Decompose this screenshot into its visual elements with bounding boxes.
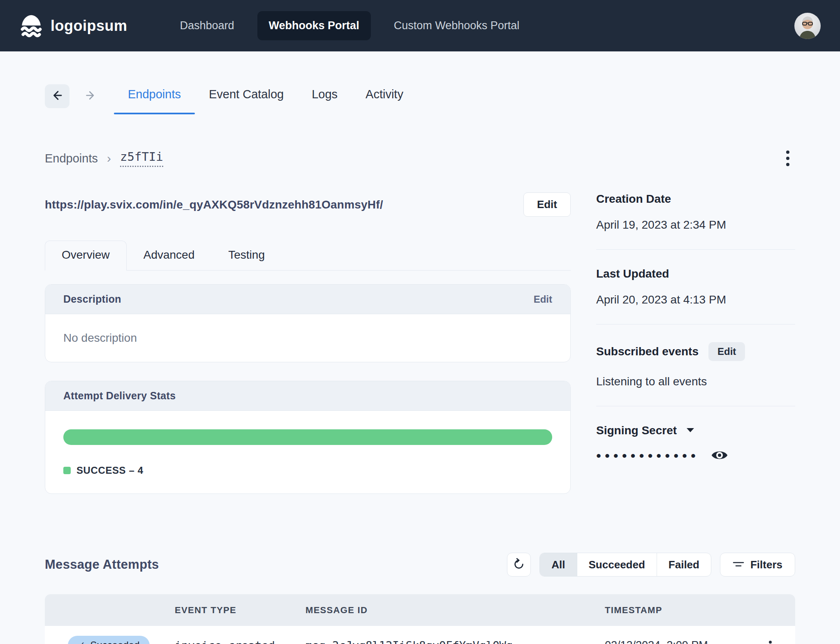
message-attempts-title: Message Attempts [45,557,159,572]
stats-legend: SUCCESS – 4 [63,465,552,476]
filter-all[interactable]: All [540,553,576,576]
description-title: Description [63,293,121,305]
divider [596,406,795,406]
tab-logs[interactable]: Logs [298,80,352,112]
status-filter-segmented: All Succeeded Failed [539,553,711,577]
last-updated-value: April 20, 2023 at 4:13 PM [596,293,795,306]
edit-url-button[interactable]: Edit [523,192,571,217]
breadcrumb-chevron-icon: › [107,151,111,165]
description-card-header: Description Edit [45,285,570,314]
portal-tabs: Endpoints Event Catalog Logs Activity [114,80,417,112]
kebab-menu-icon[interactable] [780,147,795,169]
filter-icon [733,558,744,571]
logo: logoipsum [19,14,127,38]
timestamp-column-header: TIMESTAMP [605,605,765,616]
description-card: Description Edit No description [45,284,571,362]
success-legend-label: SUCCESS – 4 [76,465,143,476]
last-updated-label: Last Updated [596,267,795,280]
signing-secret-label: Signing Secret [596,424,677,437]
status-badge: ✓ Succeeded [68,636,150,644]
breadcrumb-endpoints-link[interactable]: Endpoints [45,152,98,165]
logo-icon [19,14,43,38]
tab-advanced[interactable]: Advanced [127,241,212,270]
navbar-links: Dashboard Webhooks Portal Custom Webhook… [169,11,531,40]
breadcrumb-endpoint-id[interactable]: z5fTIi [120,150,163,167]
message-id-cell: msg_2cJyg8l12IiSk8gvOFfYmVglQWg [305,636,605,644]
delivery-stats-header: Attempt Delivery Stats [45,381,570,411]
portal-tab-bar: Endpoints Event Catalog Logs Activity [45,80,795,112]
table-header-row: EVENT TYPE MESSAGE ID TIMESTAMP [45,594,795,626]
logo-text: logoipsum [51,17,127,35]
filter-failed[interactable]: Failed [657,553,711,576]
subscribed-events-label: Subscribed events [596,345,699,358]
edit-description-button[interactable]: Edit [534,294,552,305]
tab-event-catalog[interactable]: Event Catalog [195,80,298,112]
creation-date-value: April 19, 2023 at 2:34 PM [596,218,795,232]
event-type-cell: invoice.created [175,636,305,644]
refresh-button[interactable] [507,553,531,577]
back-arrow-icon [51,89,63,103]
reveal-secret-button[interactable] [711,449,728,463]
endpoint-tabs: Overview Advanced Testing [45,241,571,271]
tab-overview[interactable]: Overview [45,241,127,271]
nav-item-custom-webhooks-portal[interactable]: Custom Webhooks Portal [382,11,531,40]
endpoint-url: https://play.svix.com/in/e_qyAXKQ58rVdzn… [45,198,383,211]
signing-secret-toggle[interactable]: Signing Secret [596,424,695,437]
success-stats-bar [63,429,552,445]
tab-activity[interactable]: Activity [352,80,417,112]
message-attempts-table: EVENT TYPE MESSAGE ID TIMESTAMP ✓ Succee… [45,594,795,644]
avatar[interactable] [794,13,821,39]
subscribed-events-value: Listening to all events [596,375,795,388]
chevron-down-icon [686,427,695,434]
eye-icon [711,449,728,463]
table-row[interactable]: ✓ Succeeded invoice.created msg_2cJyg8l1… [45,626,795,644]
success-legend-swatch [63,467,71,474]
tab-testing[interactable]: Testing [211,241,282,270]
timestamp-cell: 02/13/2024, 2:09 PM [605,636,765,644]
back-button[interactable] [45,84,69,108]
breadcrumb: Endpoints › z5fTIi [45,150,163,167]
delivery-stats-title: Attempt Delivery Stats [63,390,176,402]
event-type-column-header: EVENT TYPE [175,605,305,616]
creation-date-label: Creation Date [596,192,795,206]
tab-endpoints[interactable]: Endpoints [114,80,195,112]
divider [596,249,795,250]
forward-button[interactable] [79,84,102,108]
row-kebab-icon[interactable] [765,637,776,644]
message-attempts-controls: All Succeeded Failed Filters [507,553,795,577]
check-icon: ✓ [78,640,85,644]
status-badge-label: Succeeded [90,639,139,644]
filters-button-label: Filters [750,558,782,571]
refresh-icon [513,558,525,572]
filters-button[interactable]: Filters [720,553,795,577]
filter-succeeded[interactable]: Succeeded [577,553,657,576]
nav-item-webhooks-portal[interactable]: Webhooks Portal [257,11,371,40]
endpoint-details-sidebar: Creation Date April 19, 2023 at 2:34 PM … [596,192,795,463]
top-navbar: logoipsum Dashboard Webhooks Portal Cust… [0,0,840,51]
signing-secret-masked-value: •••••••••••• [596,449,699,463]
nav-item-dashboard[interactable]: Dashboard [169,11,246,40]
delivery-stats-card: Attempt Delivery Stats SUCCESS – 4 [45,381,571,494]
divider [596,324,795,324]
description-empty-text: No description [63,331,552,345]
forward-arrow-icon [85,90,96,102]
edit-subscribed-events-button[interactable]: Edit [708,342,745,361]
message-id-column-header: MESSAGE ID [305,605,605,616]
